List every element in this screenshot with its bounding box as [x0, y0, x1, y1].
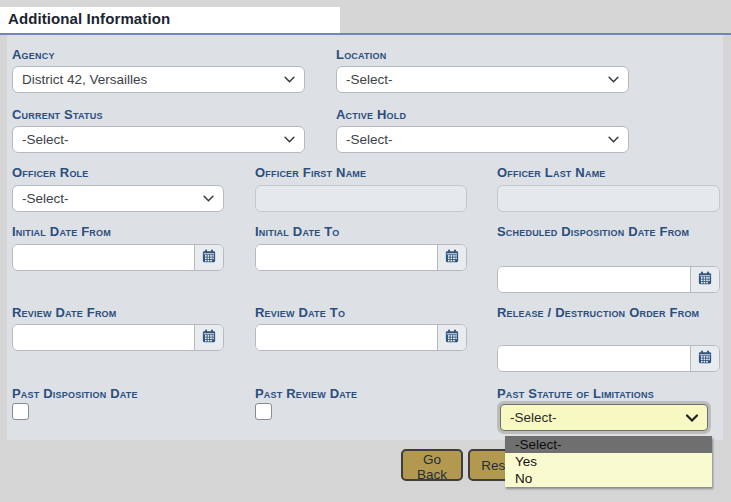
location-select[interactable]: -Select- — [336, 66, 629, 93]
active-hold-label: Active Hold — [336, 105, 406, 124]
officer-role-label: Officer Role — [12, 163, 89, 182]
officer-role-select-value: -Select- — [22, 191, 69, 206]
agency-select[interactable]: District 42, Versailles — [12, 66, 305, 93]
agency-select-value: District 42, Versailles — [22, 72, 147, 87]
additional-information-form: Additional Information Agency District 4… — [0, 0, 731, 502]
officer-last-name-input[interactable] — [497, 185, 720, 212]
active-hold-select-value: -Select- — [346, 132, 393, 147]
release-destruction-order-from-input[interactable] — [498, 346, 690, 371]
past-review-date-checkbox[interactable] — [255, 403, 272, 420]
location-select-value: -Select- — [346, 72, 393, 87]
calendar-icon — [445, 329, 459, 347]
review-date-from-label: Review Date From — [12, 303, 116, 322]
scheduled-disposition-date-from-group — [497, 266, 720, 293]
officer-last-name-label: Officer Last Name — [497, 163, 606, 182]
calendar-icon — [202, 329, 216, 347]
past-review-date-label: Past Review Date — [255, 384, 357, 403]
calendar-icon — [698, 271, 712, 289]
go-back-button[interactable]: Go Back — [401, 449, 463, 481]
past-disposition-date-checkbox[interactable] — [12, 403, 29, 420]
chevron-down-icon — [608, 136, 619, 143]
release-destruction-order-from-group — [497, 345, 720, 372]
review-date-to-group — [255, 324, 467, 351]
initial-date-to-calendar-button[interactable] — [437, 245, 466, 270]
dropdown-option-yes[interactable]: Yes — [505, 453, 712, 470]
review-date-from-calendar-button[interactable] — [194, 325, 223, 350]
review-date-from-input[interactable] — [13, 325, 194, 350]
review-date-to-calendar-button[interactable] — [437, 325, 466, 350]
current-status-label: Current Status — [12, 105, 103, 124]
review-date-to-input[interactable] — [256, 325, 437, 350]
initial-date-from-calendar-button[interactable] — [194, 245, 223, 270]
chevron-down-icon — [203, 195, 214, 202]
release-destruction-order-from-label: Release / Destruction Order From — [497, 303, 723, 322]
past-statute-of-limitations-label: Past Statute of Limitations — [497, 384, 654, 403]
scheduled-disposition-date-from-input[interactable] — [498, 267, 690, 292]
past-statute-dropdown-options: -Select- Yes No — [505, 436, 712, 487]
header-band: Additional Information — [0, 0, 731, 33]
scheduled-disposition-date-from-label: Scheduled Disposition Date From — [497, 222, 723, 241]
officer-role-select[interactable]: -Select- — [12, 185, 224, 212]
chevron-down-icon — [284, 136, 295, 143]
chevron-down-icon — [608, 76, 619, 83]
dropdown-option-select[interactable]: -Select- — [505, 436, 712, 453]
initial-date-to-label: Initial Date To — [255, 222, 340, 241]
calendar-icon — [698, 350, 712, 368]
review-date-from-group — [12, 324, 224, 351]
calendar-icon — [202, 249, 216, 267]
past-statute-of-limitations-select[interactable]: -Select- — [500, 404, 708, 431]
agency-label: Agency — [12, 45, 55, 64]
calendar-icon — [445, 249, 459, 267]
page-title: Additional Information — [8, 10, 170, 27]
initial-date-from-input[interactable] — [13, 245, 194, 270]
past-disposition-date-label: Past Disposition Date — [12, 384, 138, 403]
chevron-down-icon — [284, 76, 295, 83]
review-date-to-label: Review Date To — [255, 303, 345, 322]
chevron-down-icon — [686, 414, 698, 422]
initial-date-to-input[interactable] — [256, 245, 437, 270]
active-hold-select[interactable]: -Select- — [336, 126, 629, 153]
initial-date-from-label: Initial Date From — [12, 222, 111, 241]
officer-first-name-label: Officer First Name — [255, 163, 366, 182]
current-status-select[interactable]: -Select- — [12, 126, 305, 153]
dropdown-option-no[interactable]: No — [505, 470, 712, 487]
officer-first-name-input[interactable] — [255, 185, 467, 212]
initial-date-to-group — [255, 244, 467, 271]
initial-date-from-group — [12, 244, 224, 271]
release-destruction-order-from-calendar-button[interactable] — [690, 346, 719, 371]
current-status-select-value: -Select- — [22, 132, 69, 147]
scheduled-disposition-date-from-calendar-button[interactable] — [690, 267, 719, 292]
location-label: Location — [336, 45, 386, 64]
past-statute-select-value: -Select- — [510, 410, 557, 425]
